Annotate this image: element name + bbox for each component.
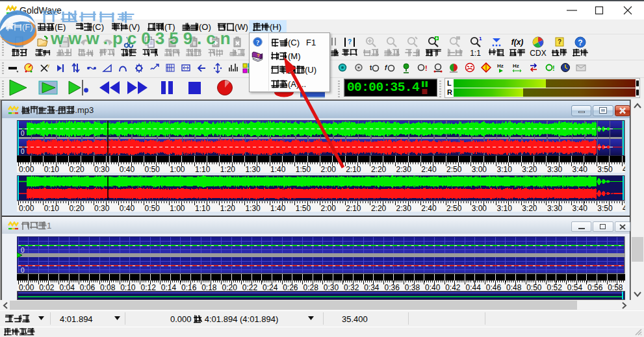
svg-text:1:20: 1:20 <box>220 204 236 212</box>
svg-text:2:50: 2:50 <box>446 165 462 173</box>
svg-text:0:00: 0:00 <box>19 165 34 173</box>
svg-text:!: ! <box>425 64 428 72</box>
svg-text:1:20: 1:20 <box>220 165 236 173</box>
svg-text:0:30: 0:30 <box>94 165 110 173</box>
svg-text:0:24: 0:24 <box>263 283 278 292</box>
svg-text:3:00: 3:00 <box>472 204 487 212</box>
svg-text:0:08: 0:08 <box>100 283 116 292</box>
svg-text:4:00: 4:00 <box>623 204 625 212</box>
svg-text:0:26: 0:26 <box>283 283 298 292</box>
svg-text:0:38: 0:38 <box>405 283 420 292</box>
svg-text:0:30: 0:30 <box>94 204 110 212</box>
svg-text:0:56: 0:56 <box>587 283 603 292</box>
svg-text:0:52: 0:52 <box>547 283 563 292</box>
svg-text:0:44: 0:44 <box>466 283 482 292</box>
svg-text:!: ! <box>552 64 555 72</box>
svg-text:1:00: 1:00 <box>170 165 185 173</box>
svg-text:1:30: 1:30 <box>245 204 261 212</box>
svg-text:1: 1 <box>479 36 482 42</box>
svg-text:f: f <box>385 64 388 71</box>
svg-text:1:10: 1:10 <box>195 204 211 212</box>
svg-text:0:40: 0:40 <box>120 165 135 173</box>
svg-text:0:36: 0:36 <box>385 283 400 292</box>
svg-text:1:10: 1:10 <box>195 165 211 173</box>
svg-text:3:50: 3:50 <box>597 165 613 173</box>
svg-text:3:40: 3:40 <box>573 165 588 173</box>
svg-text:0:04: 0:04 <box>60 283 75 292</box>
svg-text:?: ? <box>257 53 260 58</box>
svg-text:3:20: 3:20 <box>522 165 537 173</box>
svg-text:3:50: 3:50 <box>597 204 613 212</box>
svg-text:0:06: 0:06 <box>80 283 96 292</box>
svg-text:0:10: 0:10 <box>44 204 60 212</box>
svg-text:0:46: 0:46 <box>486 283 502 292</box>
svg-text:0:50: 0:50 <box>145 204 161 212</box>
svg-text:0:00: 0:00 <box>19 204 34 212</box>
svg-text:0:50: 0:50 <box>526 283 542 292</box>
svg-text:0:12: 0:12 <box>141 283 157 292</box>
svg-text:3:00: 3:00 <box>472 165 487 173</box>
svg-text:2:10: 2:10 <box>346 204 361 212</box>
svg-text:Hz: Hz <box>513 63 519 69</box>
svg-text:0:10: 0:10 <box>44 165 60 173</box>
svg-text:?: ? <box>256 39 259 46</box>
svg-text:0:18: 0:18 <box>201 283 217 292</box>
svg-text:1:30: 1:30 <box>245 165 261 173</box>
svg-text:2:40: 2:40 <box>421 204 437 212</box>
svg-text:2:40: 2:40 <box>421 165 437 173</box>
svg-text:t: t <box>370 64 372 71</box>
svg-text:0:32: 0:32 <box>344 283 359 292</box>
svg-text:3:10: 3:10 <box>497 204 513 212</box>
svg-text:2:50: 2:50 <box>446 204 462 212</box>
svg-text:0:02: 0:02 <box>39 283 55 292</box>
svg-text:1:00: 1:00 <box>170 204 185 212</box>
svg-text:3:30: 3:30 <box>547 165 563 173</box>
svg-text:y: y <box>47 63 49 68</box>
svg-text:1:50: 1:50 <box>296 204 311 212</box>
svg-text:0:20: 0:20 <box>69 165 84 173</box>
svg-text:?: ? <box>348 38 352 45</box>
svg-text:0: 0 <box>21 148 25 155</box>
svg-text:?: ? <box>557 38 561 45</box>
svg-text:1:40: 1:40 <box>270 204 286 212</box>
svg-text:f(x): f(x) <box>511 38 524 47</box>
svg-text:0:34: 0:34 <box>364 283 380 292</box>
svg-text:0:54: 0:54 <box>567 283 583 292</box>
svg-text:0: 0 <box>21 267 25 274</box>
svg-text:0:50: 0:50 <box>145 165 161 173</box>
svg-text:3:20: 3:20 <box>522 204 537 212</box>
svg-text:3:10: 3:10 <box>497 165 513 173</box>
svg-text:0: 0 <box>21 130 25 137</box>
svg-text:0: 0 <box>21 247 25 254</box>
svg-text:0:00: 0:00 <box>19 283 34 292</box>
svg-text:2:30: 2:30 <box>396 204 412 212</box>
svg-text:0:14: 0:14 <box>161 283 177 292</box>
svg-text:?: ? <box>578 38 582 47</box>
svg-text:3:40: 3:40 <box>573 204 588 212</box>
svg-text:2:30: 2:30 <box>396 165 412 173</box>
svg-text:2:20: 2:20 <box>371 204 387 212</box>
svg-text:0:40: 0:40 <box>425 283 441 292</box>
svg-text:0:16: 0:16 <box>181 283 197 292</box>
svg-text:0:58: 0:58 <box>608 283 623 292</box>
svg-text:0:48: 0:48 <box>506 283 522 292</box>
svg-text:0:28: 0:28 <box>303 283 319 292</box>
svg-text:0:30: 0:30 <box>324 283 339 292</box>
svg-text:0:22: 0:22 <box>242 283 258 292</box>
svg-text:0:40: 0:40 <box>120 204 135 212</box>
svg-text:Hz: Hz <box>497 63 504 69</box>
svg-text:0:20: 0:20 <box>222 283 238 292</box>
svg-text:2:20: 2:20 <box>371 165 387 173</box>
svg-text:0:42: 0:42 <box>445 283 461 292</box>
svg-text:3:30: 3:30 <box>547 204 563 212</box>
svg-text:4:00: 4:00 <box>623 165 625 173</box>
svg-text:0:10: 0:10 <box>120 283 136 292</box>
svg-text:2:00: 2:00 <box>321 204 337 212</box>
svg-text:0:20: 0:20 <box>69 204 84 212</box>
